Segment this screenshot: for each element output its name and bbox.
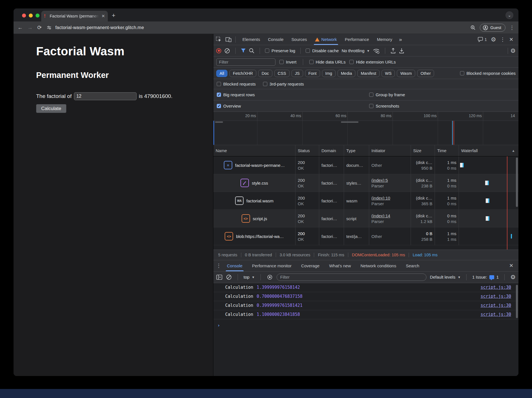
source-location-link[interactable]: script.js:30 — [481, 285, 516, 290]
zoom-window-button[interactable] — [36, 14, 40, 18]
group-by-frame-checkbox[interactable]: Group by frame — [369, 92, 405, 97]
table-row[interactable]: style.css 200OK factori… styles… (index)… — [213, 174, 518, 192]
chip-img[interactable]: Img — [322, 70, 336, 77]
tab-memory[interactable]: Memory — [374, 34, 396, 45]
hide-data-urls-checkbox[interactable]: Hide data URLs — [309, 60, 346, 64]
checkbox-checked[interactable] — [217, 93, 221, 97]
devtools-menu-icon[interactable]: ⋮ — [500, 36, 505, 43]
source-location-link[interactable]: script.js:30 — [481, 303, 516, 308]
console-message[interactable]: Calculation 0.3999999761581421 script.js… — [213, 301, 518, 310]
new-tab-button[interactable]: + — [112, 12, 115, 19]
checkbox[interactable] — [306, 49, 310, 53]
chip-media[interactable]: Media — [338, 70, 356, 77]
settings-gear-icon[interactable]: ⚙ — [491, 36, 496, 43]
calculate-button[interactable]: Calculate — [36, 104, 66, 113]
overview-handle[interactable] — [215, 121, 223, 123]
network-conditions-icon[interactable] — [373, 48, 380, 54]
chip-other[interactable]: Other — [417, 70, 434, 77]
network-filter-input[interactable] — [216, 58, 275, 66]
console-filter-input[interactable] — [277, 274, 427, 281]
checkbox[interactable] — [369, 93, 373, 97]
chip-js[interactable]: JS — [292, 70, 303, 77]
screenshots-checkbox[interactable]: Screenshots — [369, 104, 399, 108]
disable-cache-checkbox[interactable]: Disable cache — [306, 48, 339, 53]
close-devtools-icon[interactable]: ✕ — [509, 36, 513, 43]
console-settings-gear-icon[interactable]: ⚙ — [510, 274, 516, 281]
console-prompt[interactable]: › — [213, 319, 518, 328]
network-settings-gear-icon[interactable]: ⚙ — [510, 47, 516, 54]
console-message[interactable]: Calculation 0.7000000476837158 script.js… — [213, 292, 518, 301]
source-location-link[interactable]: script.js:30 — [481, 312, 516, 317]
drawer-tab-network-conditions[interactable]: Network conditions — [356, 260, 400, 271]
log-levels-dropdown[interactable]: Default levels▼ — [430, 275, 461, 279]
col-header-waterfall[interactable]: Waterfall ▲ — [459, 145, 518, 156]
tab-network[interactable]: Network — [312, 34, 340, 45]
url-text[interactable]: factorial-wasm-permanent-worker.glitch.m… — [55, 25, 144, 30]
close-window-button[interactable] — [22, 14, 26, 18]
tab-elements[interactable]: Elements — [239, 34, 264, 45]
more-tabs-icon[interactable]: » — [397, 36, 404, 43]
drawer-tab-whats-new[interactable]: What's new — [325, 260, 355, 271]
browser-menu-icon[interactable]: ⋮ — [509, 25, 515, 31]
throttling-dropdown[interactable]: No throttling ▼ — [341, 48, 370, 53]
console-scrollbar[interactable] — [516, 285, 518, 318]
initiator-link[interactable]: (index):10 — [371, 196, 408, 200]
table-row[interactable]: <> script.js 200OK factori… script (inde… — [213, 210, 518, 228]
drawer-tab-search[interactable]: Search — [402, 260, 423, 271]
col-header-domain[interactable]: Domain — [319, 145, 344, 156]
live-expression-eye-icon[interactable] — [266, 275, 273, 280]
table-scrollbar[interactable] — [516, 158, 518, 207]
minimize-window-button[interactable] — [29, 14, 33, 18]
tab-search-button[interactable]: ⌄ — [505, 11, 513, 19]
preserve-log-checkbox[interactable]: Preserve log — [265, 48, 295, 53]
source-location-link[interactable]: script.js:30 — [481, 294, 516, 299]
col-header-time[interactable]: Time — [435, 145, 459, 156]
execution-context-dropdown[interactable]: top▼ — [244, 275, 255, 279]
device-toolbar-icon[interactable] — [225, 37, 232, 42]
factorial-input[interactable] — [74, 92, 137, 100]
close-drawer-icon[interactable]: ✕ — [509, 263, 516, 269]
third-party-requests-checkbox[interactable]: 3rd-party requests — [263, 82, 304, 86]
drawer-tab-console[interactable]: Console — [223, 260, 246, 271]
close-tab-icon[interactable]: ✕ — [101, 14, 105, 19]
blocked-response-cookies-checkbox[interactable]: Blocked response cookies — [460, 71, 516, 76]
chip-doc[interactable]: Doc — [258, 70, 272, 77]
back-icon[interactable]: ← — [17, 25, 23, 31]
chip-font[interactable]: Font — [305, 70, 320, 77]
col-header-initiator[interactable]: Initiator — [369, 145, 411, 156]
initiator-link[interactable]: (index):14 — [371, 213, 408, 218]
drawer-tab-coverage[interactable]: Coverage — [297, 260, 323, 271]
console-message[interactable]: Calculation 1.100000023841858 script.js:… — [213, 310, 518, 319]
network-overview-band[interactable] — [213, 121, 518, 145]
table-row[interactable]: <> blob:https://factorial-wa… 200OK fact… — [213, 228, 518, 245]
url-box[interactable]: factorial-wasm-permanent-worker.glitch.m… — [46, 25, 466, 30]
col-header-name[interactable]: Name — [213, 145, 295, 156]
table-row[interactable]: WA factorial.wasm 200OK factori… wasm (i… — [213, 192, 518, 210]
drawer-tab-performance-monitor[interactable]: Performance monitor — [248, 260, 295, 271]
chip-all[interactable]: All — [216, 70, 227, 77]
table-row[interactable]: ≡ factorial-wasm-permane… 200OK factori…… — [213, 156, 518, 174]
drawer-menu-icon[interactable]: ⋮ — [216, 263, 221, 269]
initiator-link[interactable]: (index):5 — [371, 178, 408, 183]
checkbox[interactable] — [265, 49, 269, 53]
issues-button[interactable]: 1 — [478, 37, 487, 42]
checkbox[interactable] — [309, 60, 314, 64]
overview-checkbox[interactable]: Overview — [217, 104, 369, 108]
tab-performance[interactable]: Performance — [341, 34, 373, 45]
overview-handle[interactable] — [341, 121, 358, 123]
col-header-type[interactable]: Type — [344, 145, 369, 156]
reload-icon[interactable]: ⟳ — [37, 24, 42, 31]
filter-funnel-icon[interactable] — [241, 48, 246, 53]
tab-console[interactable]: Console — [265, 34, 287, 45]
console-message[interactable]: Calculation 1.399999976158142 script.js:… — [213, 283, 518, 292]
site-info-icon[interactable] — [46, 25, 52, 30]
chip-fetch-xhr[interactable]: Fetch/XHR — [229, 70, 256, 77]
chip-wasm[interactable]: Wasm — [397, 70, 415, 77]
clear-console-icon[interactable] — [226, 274, 232, 280]
col-header-status[interactable]: Status — [295, 145, 319, 156]
checkbox[interactable] — [460, 71, 464, 75]
checkbox[interactable] — [349, 60, 354, 64]
import-har-icon[interactable] — [390, 48, 396, 54]
big-request-rows-checkbox[interactable]: Big request rows — [217, 92, 369, 97]
clear-network-log-icon[interactable] — [224, 48, 230, 54]
